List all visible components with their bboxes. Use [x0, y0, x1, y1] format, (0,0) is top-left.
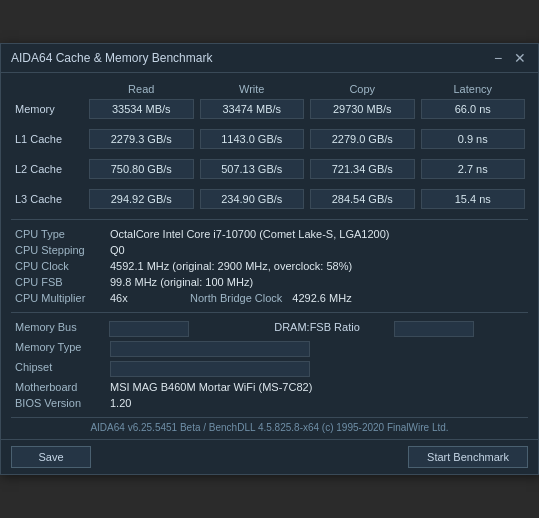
bios-label: BIOS Version	[11, 395, 106, 411]
bios-value: 1.20	[106, 395, 528, 411]
motherboard-label: Motherboard	[11, 379, 106, 395]
cpu-multiplier-row: CPU Multiplier 46x North Bridge Clock 42…	[11, 290, 528, 306]
bench-row-memory: Memory 33534 MB/s 33474 MB/s 29730 MB/s …	[11, 97, 528, 121]
motherboard-row: Motherboard MSI MAG B460M Mortar WiFi (M…	[11, 379, 528, 395]
benchmark-table: Read Write Copy Latency Memory 33534 MB/…	[11, 81, 528, 211]
dram-fsb-value	[394, 321, 474, 337]
bench-read: 2279.3 GB/s	[86, 127, 197, 151]
bench-copy: 721.34 GB/s	[307, 157, 418, 181]
memory-info-table: Memory Bus DRAM:FSB Ratio Memory Type Ch…	[11, 319, 528, 411]
main-content: Read Write Copy Latency Memory 33534 MB/…	[1, 73, 538, 439]
north-bridge-clock-label: North Bridge Clock	[186, 290, 288, 306]
north-bridge-clock-value: 4292.6 MHz	[288, 290, 528, 306]
bench-row-l3-cache: L3 Cache 294.92 GB/s 234.90 GB/s 284.54 …	[11, 187, 528, 211]
info-table: CPU Type OctalCore Intel Core i7-10700 (…	[11, 226, 528, 306]
col-header-copy: Copy	[307, 81, 418, 97]
cpu-stepping-value: Q0	[106, 242, 528, 258]
save-button[interactable]: Save	[11, 446, 91, 468]
bench-copy: 29730 MB/s	[307, 97, 418, 121]
chipset-row: Chipset	[11, 359, 528, 379]
footer-text: AIDA64 v6.25.5451 Beta / BenchDLL 4.5.82…	[11, 417, 528, 435]
cpu-fsb-row: CPU FSB 99.8 MHz (original: 100 MHz)	[11, 274, 528, 290]
bench-label: L2 Cache	[11, 157, 86, 181]
cpu-fsb-value: 99.8 MHz (original: 100 MHz)	[106, 274, 528, 290]
divider-2	[11, 312, 528, 313]
bench-latency: 2.7 ns	[418, 157, 529, 181]
chipset-value	[110, 361, 310, 377]
bench-write: 33474 MB/s	[197, 97, 308, 121]
bench-read: 33534 MB/s	[86, 97, 197, 121]
title-bar: AIDA64 Cache & Memory Benchmark − ✕	[1, 44, 538, 73]
chipset-label: Chipset	[11, 359, 106, 379]
dram-fsb-label: DRAM:FSB Ratio	[243, 319, 392, 339]
bench-write: 1143.0 GB/s	[197, 127, 308, 151]
cpu-type-value: OctalCore Intel Core i7-10700 (Comet Lak…	[106, 226, 528, 242]
bench-copy: 284.54 GB/s	[307, 187, 418, 211]
bench-read: 750.80 GB/s	[86, 157, 197, 181]
cpu-stepping-row: CPU Stepping Q0	[11, 242, 528, 258]
bench-latency: 15.4 ns	[418, 187, 529, 211]
cpu-type-row: CPU Type OctalCore Intel Core i7-10700 (…	[11, 226, 528, 242]
bench-row-l2-cache: L2 Cache 750.80 GB/s 507.13 GB/s 721.34 …	[11, 157, 528, 181]
bench-read: 294.92 GB/s	[86, 187, 197, 211]
window-title: AIDA64 Cache & Memory Benchmark	[11, 51, 212, 65]
minimize-button[interactable]: −	[490, 50, 506, 66]
cpu-type-label: CPU Type	[11, 226, 106, 242]
memory-type-value	[110, 341, 310, 357]
bench-label: L3 Cache	[11, 187, 86, 211]
col-header-write: Write	[197, 81, 308, 97]
memory-bus-value	[109, 321, 189, 337]
title-bar-buttons: − ✕	[490, 50, 528, 66]
bench-write: 507.13 GB/s	[197, 157, 308, 181]
motherboard-value: MSI MAG B460M Mortar WiFi (MS-7C82)	[106, 379, 528, 395]
cpu-multiplier-label: CPU Multiplier	[11, 290, 106, 306]
cpu-clock-value: 4592.1 MHz (original: 2900 MHz, overcloc…	[106, 258, 528, 274]
bench-copy: 2279.0 GB/s	[307, 127, 418, 151]
cpu-clock-label: CPU Clock	[11, 258, 106, 274]
divider-1	[11, 219, 528, 220]
bench-latency: 0.9 ns	[418, 127, 529, 151]
bench-label: L1 Cache	[11, 127, 86, 151]
memory-bus-row: Memory Bus DRAM:FSB Ratio	[11, 319, 528, 339]
bench-write: 234.90 GB/s	[197, 187, 308, 211]
cpu-stepping-label: CPU Stepping	[11, 242, 106, 258]
col-header-latency: Latency	[418, 81, 529, 97]
cpu-clock-row: CPU Clock 4592.1 MHz (original: 2900 MHz…	[11, 258, 528, 274]
main-window: AIDA64 Cache & Memory Benchmark − ✕ Read…	[0, 43, 539, 475]
col-header-read: Read	[86, 81, 197, 97]
bench-latency: 66.0 ns	[418, 97, 529, 121]
cpu-multiplier-value: 46x	[106, 290, 186, 306]
bench-row-l1-cache: L1 Cache 2279.3 GB/s 1143.0 GB/s 2279.0 …	[11, 127, 528, 151]
bench-label: Memory	[11, 97, 86, 121]
memory-type-label: Memory Type	[11, 339, 106, 359]
close-button[interactable]: ✕	[512, 50, 528, 66]
bios-row: BIOS Version 1.20	[11, 395, 528, 411]
bottom-bar: Save Start Benchmark	[1, 439, 538, 474]
benchmark-button[interactable]: Start Benchmark	[408, 446, 528, 468]
memory-type-row: Memory Type	[11, 339, 528, 359]
memory-bus-label: Memory Bus	[11, 319, 106, 339]
cpu-fsb-label: CPU FSB	[11, 274, 106, 290]
